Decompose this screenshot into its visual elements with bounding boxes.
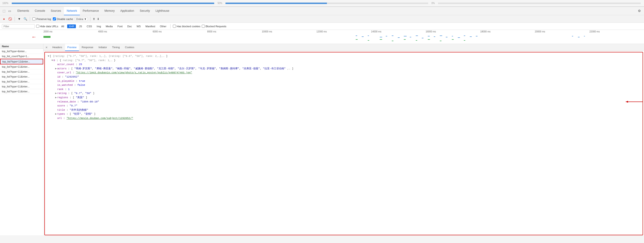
json-types-expand[interactable]: ▶ (55, 112, 57, 116)
response-tab-response[interactable]: Response (80, 44, 96, 51)
svg-rect-28 (452, 39, 454, 40)
response-panel-close[interactable]: ✕ (45, 46, 48, 49)
hide-data-urls-text: Hide data URLs (40, 25, 58, 28)
response-tab-cookies[interactable]: Cookies (122, 44, 137, 51)
tab-memory[interactable]: Memory (102, 7, 118, 15)
tab-security[interactable]: Security (137, 7, 153, 15)
json-rating-content: rating : [ "9.7", "50" ] (57, 91, 640, 96)
preserve-log-checkbox[interactable] (32, 17, 36, 21)
blocked-requests-checkbox[interactable] (202, 25, 205, 28)
json-root-expand[interactable]: ▼ (48, 54, 49, 59)
filter-btn-img[interactable]: Img (95, 25, 103, 28)
json-viewer: ▼ [ {rating: ["9.7", "50"], rank: 1,…}, … (44, 52, 643, 235)
cursor-icon[interactable]: ⬚ (2, 9, 6, 13)
progress-bar-3 (438, 3, 641, 4)
progress-bar-1 (12, 3, 214, 4)
svg-rect-19 (476, 36, 478, 37)
response-tab-headers[interactable]: Headers (50, 44, 64, 51)
blocked-requests-label[interactable]: Blocked Requests (202, 25, 226, 28)
tab-elements[interactable]: Elements (14, 7, 32, 15)
timeline-visual (44, 35, 644, 44)
toolbar-separator-1 (14, 17, 15, 21)
filter-btn-js[interactable]: JS (77, 25, 84, 28)
tab-performance[interactable]: Performance (80, 7, 102, 15)
has-blocked-cookies-checkbox[interactable] (173, 25, 176, 28)
request-item-7[interactable]: top_list?type=11&inter... (0, 84, 43, 89)
toolbar-separator-3 (90, 17, 90, 21)
tab-network[interactable]: Network (64, 7, 80, 15)
filter-btn-other[interactable]: Other (158, 25, 168, 28)
settings-icon[interactable]: ⚙ (638, 9, 642, 13)
filter-btn-xhr[interactable]: XHR (67, 25, 76, 28)
hide-data-urls-checkbox[interactable] (36, 25, 39, 28)
has-blocked-cookies-label[interactable]: Has blocked cookies (173, 25, 200, 28)
filter-btn-all[interactable]: All (60, 25, 66, 28)
filter-btn-manifest[interactable]: Manifest (144, 25, 157, 28)
tab-lighthouse[interactable]: Lighthouse (153, 7, 172, 15)
disable-cache-label[interactable]: Disable cache (53, 17, 73, 21)
svg-rect-16 (458, 37, 460, 38)
tab-sources[interactable]: Sources (48, 7, 64, 15)
toolbar-separator-2 (30, 17, 30, 21)
timeline-red-arrow: ↓ (31, 36, 37, 39)
json-title-line: ▶ title : "肖申克的救赎" (48, 108, 640, 112)
clear-button[interactable]: 🚫 (8, 17, 12, 21)
filter-btn-css[interactable]: CSS (85, 25, 94, 28)
devtools-tab-bar: ⬚ ▭ Elements Console Sources Network Per… (0, 7, 644, 15)
filter-icon[interactable]: ▼ (17, 17, 21, 21)
svg-rect-31 (578, 37, 580, 37)
devtools-container: ⬚ ▭ Elements Console Sources Network Per… (0, 7, 644, 235)
json-actors-line: ▶ actors : [ "蒂姆·罗宾斯", "摩根·弗里曼", "鲍勒·冈顿"… (48, 67, 640, 71)
filter-btn-font[interactable]: Font (116, 25, 124, 28)
svg-rect-30 (572, 36, 573, 37)
record-button[interactable]: ● (2, 17, 6, 21)
download-icon[interactable]: ⬇ (97, 17, 99, 21)
tab-console[interactable]: Console (32, 7, 48, 15)
disable-cache-checkbox[interactable] (53, 17, 56, 21)
request-item-8[interactable]: top_list?type=11&inter... (0, 89, 43, 94)
json-item-0-expand[interactable]: ▼ (52, 59, 53, 63)
filter-btn-media[interactable]: Media (104, 25, 114, 28)
svg-rect-15 (452, 36, 453, 37)
progress-bar-2 (226, 3, 428, 4)
json-regions-expand[interactable]: ▶ (55, 96, 57, 100)
svg-rect-22 (380, 39, 382, 40)
json-actor-count-line: ▶ actor_count : 25 (48, 63, 640, 67)
upload-icon[interactable]: ⬆ (93, 17, 95, 21)
panel-icon[interactable]: ▭ (8, 9, 12, 13)
svg-rect-5 (392, 36, 394, 36)
response-tab-timing[interactable]: Timing (110, 44, 122, 51)
tab-application[interactable]: Application (118, 7, 137, 15)
json-regions-content: regions : [ "美国" ] (57, 96, 640, 100)
json-rating-expand[interactable]: ▶ (55, 91, 57, 96)
json-is-watched-line: ▶ is_watched : false (48, 83, 640, 87)
progress-bar-area: 100% 50% 0% (0, 0, 644, 7)
timeline-label-18000: 18000 ms (480, 30, 535, 33)
preserve-log-label[interactable]: Preserve log (32, 17, 51, 21)
request-item-2[interactable]: top_list?type=11&inter... (0, 59, 43, 64)
response-tab-initiator[interactable]: Initiator (96, 44, 109, 51)
request-item-3[interactable]: top_list?type=11&inter... (0, 64, 43, 69)
throttle-select[interactable]: Online ▼ (75, 17, 88, 21)
request-item-4[interactable]: top_list?type=11&inter... (0, 69, 43, 74)
filter-btn-doc[interactable]: Doc (126, 25, 134, 28)
hide-data-urls-label[interactable]: Hide data URLs (36, 25, 58, 28)
filter-input[interactable] (2, 24, 35, 29)
request-item-1[interactable]: top_list_count?type=1... (0, 54, 43, 59)
search-icon[interactable]: 🔍 (23, 17, 28, 21)
request-item-6[interactable]: top_list?type=11&inter... (0, 79, 43, 84)
svg-rect-27 (440, 41, 442, 41)
svg-rect-17 (464, 36, 465, 36)
response-tab-preview[interactable]: Preview (65, 44, 79, 51)
timeline-label-2000: 2000 ms (44, 30, 98, 33)
disable-cache-text: Disable cache (57, 18, 73, 21)
request-item-5[interactable]: top_list?type=11&inter... (0, 74, 43, 79)
filter-btn-ws[interactable]: WS (135, 25, 142, 28)
request-item-0[interactable]: top_list?type=&inter... (0, 49, 43, 54)
blocked-requests-text: Blocked Requests (206, 25, 226, 28)
json-is-playable-content: is_playable : true (57, 79, 640, 83)
svg-marker-34 (626, 101, 628, 103)
json-title-content: title : "肖申克的救赎" (57, 108, 640, 112)
json-actors-expand[interactable]: ▶ (55, 67, 57, 71)
json-id-content: id : "1292052" (57, 75, 640, 79)
